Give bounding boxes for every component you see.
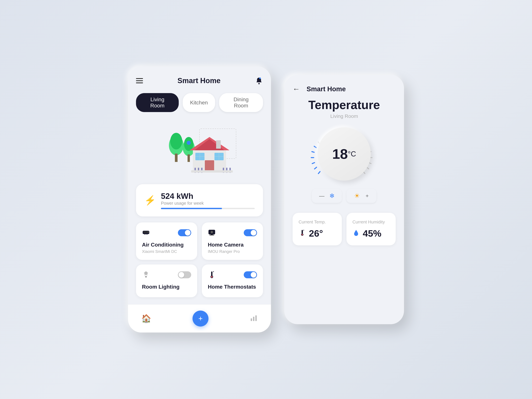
svg-rect-47	[253, 317, 254, 321]
ac-model: Xiaomi SmartMi DC	[142, 249, 191, 254]
svg-rect-5	[175, 154, 177, 162]
dial-temperature: 18	[332, 146, 348, 162]
dial-inner: 18 °C	[317, 127, 371, 181]
lightning-icon: ⚡	[144, 195, 156, 206]
device-grid: Air Conditioning Xiaomi SmartMi DC	[136, 222, 263, 297]
svg-line-49	[318, 171, 320, 174]
stat-temp-icon: +	[298, 229, 306, 238]
minus-icon: —	[319, 193, 324, 199]
ac-icon	[142, 228, 150, 237]
home-nav-icon[interactable]: 🏠	[141, 314, 151, 323]
svg-point-72	[302, 234, 303, 235]
stat-humidity-row: 45%	[352, 228, 390, 239]
svg-rect-31	[147, 234, 147, 235]
camera-toggle[interactable]	[244, 229, 257, 236]
lighting-name: Room Lighting	[142, 284, 191, 290]
thermostat-icon: +	[208, 271, 216, 279]
stat-temp-value: 26°	[309, 228, 323, 239]
notification-bell-icon[interactable]	[255, 77, 263, 85]
plus-icon: +	[366, 193, 369, 199]
app-title-left: Smart Home	[177, 76, 221, 85]
device-card-camera-header	[208, 228, 257, 237]
device-card-ac-header	[142, 228, 191, 237]
heat-increase-button[interactable]: ☀ +	[347, 189, 376, 203]
svg-text:+: +	[303, 229, 304, 231]
svg-rect-70	[302, 230, 303, 234]
add-fab-button[interactable]: +	[192, 310, 209, 327]
thermostat-name: Home Thermostats	[208, 284, 257, 290]
svg-point-4	[170, 133, 182, 149]
device-card-lighting-header	[142, 271, 191, 279]
screens-container: Smart Home Living Room Kitchen Dining Ro…	[128, 66, 404, 332]
room-tabs: Living Room Kitchen Dining Room	[136, 93, 263, 112]
device-card-lighting: Room Lighting	[136, 265, 197, 297]
stat-temp-label: Current Temp.	[298, 219, 336, 225]
sun-icon: ☀	[354, 192, 360, 200]
stat-card-humidity: Current Humidity 45%	[347, 213, 396, 245]
power-card: ⚡ 524 kWh Power usage for week	[136, 184, 263, 216]
tab-living-room[interactable]: Living Room	[136, 93, 179, 112]
power-label: Power usage for week	[161, 201, 255, 206]
svg-point-9	[187, 141, 191, 145]
stat-humidity-label: Current Humidity	[352, 219, 390, 225]
svg-rect-13	[216, 140, 221, 149]
camera-icon	[208, 228, 216, 237]
svg-rect-46	[251, 318, 252, 321]
device-card-ac: Air Conditioning Xiaomi SmartMi DC	[136, 222, 197, 260]
tab-kitchen[interactable]: Kitchen	[183, 93, 215, 112]
lighting-toggle[interactable]	[178, 271, 191, 278]
right-phone: ← Smart Home Temperature Living Room	[284, 75, 404, 324]
ac-name: Air Conditioning	[142, 242, 191, 248]
svg-line-50	[315, 167, 317, 169]
svg-line-68	[367, 167, 369, 169]
svg-line-54	[314, 146, 316, 148]
house-illustration	[136, 120, 263, 177]
bottom-nav: 🏠 +	[128, 304, 271, 332]
svg-rect-14	[205, 160, 214, 171]
svg-rect-30	[145, 234, 145, 235]
tab-dining-room[interactable]: Dining Room	[219, 93, 263, 112]
svg-rect-48	[255, 315, 257, 321]
stats-cards: Current Temp. + 26° Current Humidity	[293, 213, 396, 245]
svg-rect-37	[209, 235, 214, 235]
svg-line-51	[312, 163, 315, 164]
svg-point-1	[259, 77, 261, 79]
snowflake-icon: ❄	[329, 192, 335, 200]
svg-rect-42	[211, 272, 212, 276]
temperature-dial[interactable]: 18 °C	[293, 127, 396, 181]
svg-rect-41	[145, 277, 147, 278]
power-info: 524 kWh Power usage for week	[161, 191, 255, 209]
stats-nav-icon[interactable]	[250, 314, 258, 323]
power-bar-fill	[161, 208, 222, 209]
stat-humidity-icon	[352, 229, 360, 238]
svg-point-0	[258, 83, 260, 84]
device-card-thermostat: + Home Thermostats	[202, 265, 263, 297]
device-card-camera: Home Camera IMOU Ranger Pro	[202, 222, 263, 260]
lighting-icon	[142, 271, 150, 279]
page-title: Temperature	[293, 98, 396, 112]
app-title-right: Smart Home	[307, 85, 346, 93]
thermostat-toggle[interactable]	[244, 271, 257, 278]
svg-point-35	[211, 231, 213, 233]
hamburger-icon[interactable]	[136, 78, 143, 83]
temp-header: ← Smart Home	[293, 85, 396, 93]
mode-buttons: — ❄ ☀ +	[293, 189, 396, 203]
svg-line-53	[312, 152, 314, 152]
cool-decrease-button[interactable]: — ❄	[312, 189, 342, 203]
left-header: Smart Home	[136, 76, 263, 85]
stat-humidity-value: 45%	[363, 228, 381, 239]
page-subtitle: Living Room	[293, 113, 396, 119]
back-button[interactable]: ←	[293, 85, 300, 93]
device-card-thermostat-header: +	[208, 271, 257, 279]
svg-rect-27	[191, 170, 233, 173]
svg-point-39	[144, 272, 148, 275]
svg-point-44	[211, 276, 213, 278]
power-bar-bg	[161, 208, 255, 209]
ac-toggle[interactable]	[178, 229, 191, 236]
power-value: 524 kWh	[161, 191, 255, 201]
stat-card-temp: Current Temp. + 26°	[293, 213, 342, 245]
svg-rect-40	[145, 276, 147, 277]
svg-point-32	[148, 232, 149, 233]
svg-text:+: +	[213, 271, 214, 273]
svg-rect-8	[188, 154, 190, 162]
